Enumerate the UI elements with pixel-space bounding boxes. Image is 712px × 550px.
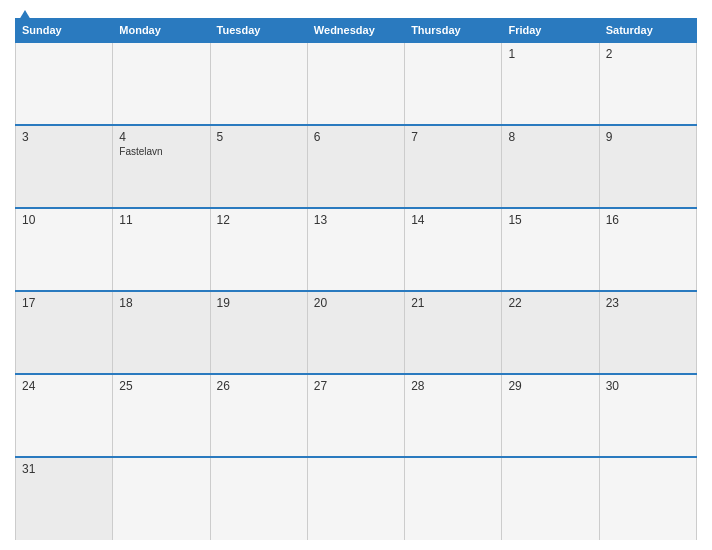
weekday-header-cell: Monday bbox=[113, 19, 210, 43]
calendar-day-cell bbox=[405, 457, 502, 540]
calendar-day-cell: 1 bbox=[502, 42, 599, 125]
calendar-day-cell: 13 bbox=[307, 208, 404, 291]
calendar-day-cell: 10 bbox=[16, 208, 113, 291]
day-number: 6 bbox=[314, 130, 398, 144]
calendar-day-cell: 3 bbox=[16, 125, 113, 208]
calendar-day-cell: 25 bbox=[113, 374, 210, 457]
calendar-week-row: 31 bbox=[16, 457, 697, 540]
day-number: 2 bbox=[606, 47, 690, 61]
day-number: 4 bbox=[119, 130, 203, 144]
calendar-day-cell: 24 bbox=[16, 374, 113, 457]
day-number: 26 bbox=[217, 379, 301, 393]
calendar-week-row: 17181920212223 bbox=[16, 291, 697, 374]
calendar-day-cell: 2 bbox=[599, 42, 696, 125]
day-number: 29 bbox=[508, 379, 592, 393]
calendar-day-cell bbox=[599, 457, 696, 540]
calendar-table: SundayMondayTuesdayWednesdayThursdayFrid… bbox=[15, 18, 697, 540]
day-number: 18 bbox=[119, 296, 203, 310]
calendar-day-cell: 22 bbox=[502, 291, 599, 374]
day-number: 22 bbox=[508, 296, 592, 310]
calendar-day-cell: 19 bbox=[210, 291, 307, 374]
weekday-header-cell: Tuesday bbox=[210, 19, 307, 43]
logo-triangle-icon bbox=[19, 10, 31, 20]
day-number: 27 bbox=[314, 379, 398, 393]
logo-blue-text bbox=[15, 10, 31, 20]
calendar-day-cell bbox=[307, 42, 404, 125]
calendar-day-cell: 4Fastelavn bbox=[113, 125, 210, 208]
calendar-day-cell: 30 bbox=[599, 374, 696, 457]
weekday-header-cell: Sunday bbox=[16, 19, 113, 43]
day-number: 21 bbox=[411, 296, 495, 310]
day-number: 11 bbox=[119, 213, 203, 227]
calendar-day-cell bbox=[16, 42, 113, 125]
day-number: 15 bbox=[508, 213, 592, 227]
weekday-header-cell: Thursday bbox=[405, 19, 502, 43]
weekday-header-cell: Wednesday bbox=[307, 19, 404, 43]
day-number: 7 bbox=[411, 130, 495, 144]
day-number: 23 bbox=[606, 296, 690, 310]
calendar-day-cell: 15 bbox=[502, 208, 599, 291]
calendar-day-cell: 26 bbox=[210, 374, 307, 457]
calendar-day-cell: 7 bbox=[405, 125, 502, 208]
day-number: 28 bbox=[411, 379, 495, 393]
calendar-day-cell: 9 bbox=[599, 125, 696, 208]
calendar-day-cell: 8 bbox=[502, 125, 599, 208]
holiday-label: Fastelavn bbox=[119, 146, 203, 157]
calendar-day-cell bbox=[210, 42, 307, 125]
calendar-day-cell: 29 bbox=[502, 374, 599, 457]
calendar-day-cell: 28 bbox=[405, 374, 502, 457]
day-number: 20 bbox=[314, 296, 398, 310]
day-number: 12 bbox=[217, 213, 301, 227]
calendar-day-cell: 12 bbox=[210, 208, 307, 291]
calendar-day-cell: 17 bbox=[16, 291, 113, 374]
calendar-day-cell bbox=[210, 457, 307, 540]
day-number: 9 bbox=[606, 130, 690, 144]
calendar-day-cell: 21 bbox=[405, 291, 502, 374]
calendar-day-cell: 23 bbox=[599, 291, 696, 374]
day-number: 1 bbox=[508, 47, 592, 61]
calendar-day-cell: 6 bbox=[307, 125, 404, 208]
day-number: 30 bbox=[606, 379, 690, 393]
day-number: 8 bbox=[508, 130, 592, 144]
calendar-day-cell bbox=[405, 42, 502, 125]
day-number: 14 bbox=[411, 213, 495, 227]
calendar-week-row: 10111213141516 bbox=[16, 208, 697, 291]
calendar-day-cell bbox=[113, 457, 210, 540]
calendar-day-cell: 20 bbox=[307, 291, 404, 374]
day-number: 19 bbox=[217, 296, 301, 310]
calendar-week-row: 12 bbox=[16, 42, 697, 125]
calendar-day-cell: 18 bbox=[113, 291, 210, 374]
calendar-week-row: 24252627282930 bbox=[16, 374, 697, 457]
calendar-body: 1234Fastelavn567891011121314151617181920… bbox=[16, 42, 697, 540]
calendar-day-cell: 11 bbox=[113, 208, 210, 291]
calendar-day-cell: 31 bbox=[16, 457, 113, 540]
calendar-week-row: 34Fastelavn56789 bbox=[16, 125, 697, 208]
weekday-header-cell: Saturday bbox=[599, 19, 696, 43]
calendar-day-cell bbox=[502, 457, 599, 540]
logo bbox=[15, 10, 31, 20]
day-number: 10 bbox=[22, 213, 106, 227]
calendar-day-cell: 27 bbox=[307, 374, 404, 457]
day-number: 5 bbox=[217, 130, 301, 144]
calendar-day-cell: 14 bbox=[405, 208, 502, 291]
day-number: 25 bbox=[119, 379, 203, 393]
calendar-day-cell: 16 bbox=[599, 208, 696, 291]
calendar-day-cell bbox=[307, 457, 404, 540]
day-number: 24 bbox=[22, 379, 106, 393]
day-number: 3 bbox=[22, 130, 106, 144]
day-number: 31 bbox=[22, 462, 106, 476]
weekday-header-cell: Friday bbox=[502, 19, 599, 43]
day-number: 16 bbox=[606, 213, 690, 227]
day-number: 13 bbox=[314, 213, 398, 227]
weekday-header-row: SundayMondayTuesdayWednesdayThursdayFrid… bbox=[16, 19, 697, 43]
calendar-day-cell: 5 bbox=[210, 125, 307, 208]
day-number: 17 bbox=[22, 296, 106, 310]
calendar-day-cell bbox=[113, 42, 210, 125]
